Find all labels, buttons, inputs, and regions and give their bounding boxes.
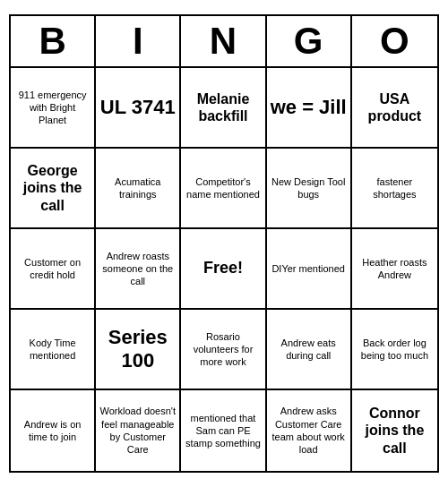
bingo-cell-3[interactable]: we = Jill [267,68,352,149]
bingo-cell-5[interactable]: George joins the call [11,149,96,229]
bingo-cell-1[interactable]: UL 3741 [96,68,181,149]
bingo-cell-21[interactable]: Workload doesn't feel manageable by Cust… [96,390,181,471]
bingo-header: BINGO [11,16,437,68]
bingo-cell-12[interactable]: Free! [181,229,266,310]
bingo-letter-g: G [267,16,352,66]
bingo-cell-14[interactable]: Heather roasts Andrew [352,229,437,310]
bingo-cell-15[interactable]: Kody Time mentioned [11,310,96,390]
bingo-cell-6[interactable]: Acumatica trainings [96,149,181,229]
bingo-cell-18[interactable]: Andrew eats during call [267,310,352,390]
bingo-cell-7[interactable]: Competitor's name mentioned [181,149,266,229]
bingo-cell-22[interactable]: mentioned that Sam can PE stamp somethin… [181,390,266,471]
bingo-cell-8[interactable]: New Design Tool bugs [267,149,352,229]
bingo-cell-20[interactable]: Andrew is on time to join [11,390,96,471]
bingo-cell-10[interactable]: Customer on credit hold [11,229,96,310]
bingo-cell-11[interactable]: Andrew roasts someone on the call [96,229,181,310]
bingo-cell-4[interactable]: USA product [352,68,437,149]
bingo-letter-n: N [181,16,266,66]
bingo-letter-o: O [352,16,437,66]
bingo-cell-9[interactable]: fastener shortages [352,149,437,229]
bingo-cell-19[interactable]: Back order log being too much [352,310,437,390]
bingo-cell-24[interactable]: Connor joins the call [352,390,437,471]
bingo-cell-0[interactable]: 911 emergency with Bright Planet [11,68,96,149]
bingo-cell-2[interactable]: Melanie backfill [181,68,266,149]
bingo-grid: 911 emergency with Bright PlanetUL 3741M… [11,68,437,471]
bingo-cell-17[interactable]: Rosario volunteers for more work [181,310,266,390]
bingo-letter-b: B [11,16,96,66]
bingo-card: BINGO 911 emergency with Bright PlanetUL… [9,14,439,473]
bingo-cell-23[interactable]: Andrew asks Customer Care team about wor… [267,390,352,471]
bingo-cell-13[interactable]: DIYer mentioned [267,229,352,310]
bingo-letter-i: I [96,16,181,66]
bingo-cell-16[interactable]: Series 100 [96,310,181,390]
